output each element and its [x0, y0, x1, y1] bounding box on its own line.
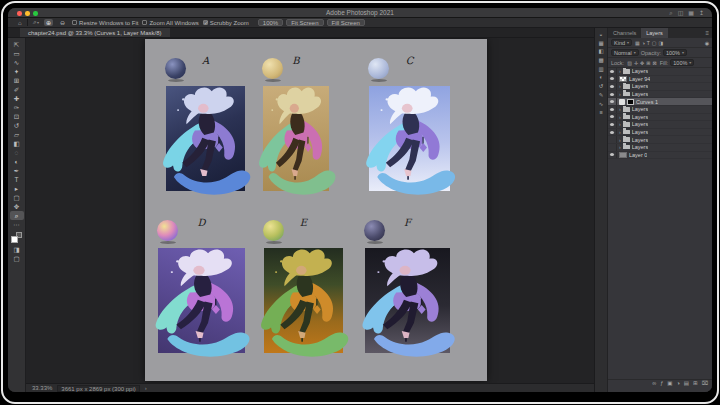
- color-variant-card-c[interactable]: C: [369, 86, 450, 191]
- tool-eraser-icon[interactable]: ▱: [10, 130, 24, 139]
- tool-eyedropper-icon[interactable]: ✐: [10, 85, 24, 94]
- pasteboard[interactable]: A B C D E F 33.33% 3661 px x 2869 px (30…: [26, 38, 594, 392]
- expand-caret-icon[interactable]: ›: [619, 114, 621, 120]
- workspace-icon[interactable]: ▦: [688, 10, 694, 16]
- tool-shape-icon[interactable]: ▢: [10, 193, 24, 202]
- canvas-document[interactable]: A B C D E F: [145, 39, 487, 381]
- checkbox-box[interactable]: [142, 20, 147, 25]
- panel-brush-settings-icon[interactable]: ✎: [599, 93, 604, 99]
- fill-select[interactable]: 100%▾: [670, 59, 694, 66]
- checkbox-zoom-all-windows[interactable]: Zoom All Windows: [142, 20, 198, 26]
- foreground-color-swatch[interactable]: [11, 236, 18, 243]
- zoom-level[interactable]: 33.33%: [32, 385, 52, 391]
- tool-marquee-icon[interactable]: ▭: [10, 49, 24, 58]
- visibility-eye-icon[interactable]: [608, 83, 617, 90]
- tool-blur-icon[interactable]: ◌: [10, 148, 24, 157]
- checkbox-box[interactable]: [72, 20, 77, 25]
- zoom-tool-icon[interactable]: ⌕▾: [33, 19, 39, 26]
- tool-path-select-icon[interactable]: ▸: [10, 184, 24, 193]
- panel-history-icon[interactable]: ↺: [599, 84, 604, 90]
- document-tab[interactable]: chapter24.psd @ 33.3% (Curves 1, Layer M…: [20, 28, 170, 37]
- expand-caret-icon[interactable]: ›: [619, 144, 621, 150]
- filter-pixel-icon[interactable]: ▦: [635, 40, 640, 46]
- visibility-empty[interactable]: [608, 136, 617, 143]
- color-variant-card-e[interactable]: E: [264, 248, 343, 353]
- color-variant-card-a[interactable]: A: [166, 86, 245, 191]
- layer-row-layer-0[interactable]: Layer 0: [608, 152, 712, 160]
- tab-channels[interactable]: Channels: [608, 28, 641, 38]
- checkbox-scrubby-zoom[interactable]: ✓Scrubby Zoom: [203, 20, 249, 26]
- expand-caret-icon[interactable]: ›: [619, 83, 621, 89]
- fit-screen-button[interactable]: Fit Screen: [286, 19, 323, 26]
- zoom-in-toggle[interactable]: ⊕: [44, 19, 53, 26]
- expand-caret-icon[interactable]: ›: [619, 68, 621, 74]
- visibility-empty[interactable]: [608, 144, 617, 151]
- visibility-eye-icon[interactable]: [608, 76, 617, 83]
- visibility-eye-icon[interactable]: [608, 129, 617, 136]
- share-icon[interactable]: ↥: [699, 10, 704, 16]
- lock-pixels-icon[interactable]: ✛: [634, 60, 638, 66]
- screen-mode-icon[interactable]: ▢: [10, 254, 24, 263]
- filter-kind-select[interactable]: Kind▾: [611, 39, 632, 46]
- checkbox-resize-windows-to-fit[interactable]: Resize Windows to Fit: [72, 20, 138, 26]
- tool-dodge-icon[interactable]: ◐: [10, 157, 24, 166]
- tab-layers[interactable]: Layers: [641, 28, 668, 38]
- panel-patterns-icon[interactable]: ▩: [598, 58, 603, 64]
- blend-mode-select[interactable]: Normal▾: [611, 49, 639, 56]
- layer-thumbnail[interactable]: [619, 152, 627, 159]
- color-variant-card-f[interactable]: F: [365, 248, 450, 353]
- filter-type-icon[interactable]: T: [647, 40, 650, 46]
- lock-transparency-icon[interactable]: ▨: [627, 60, 632, 66]
- layer-thumbnail[interactable]: [619, 76, 627, 83]
- layer-mask-thumbnail[interactable]: [627, 99, 634, 105]
- zoom-out-toggle[interactable]: ⊖: [58, 19, 67, 26]
- tool-healing-brush-icon[interactable]: ✚: [10, 94, 24, 103]
- visibility-eye-icon[interactable]: [608, 152, 617, 159]
- expand-caret-icon[interactable]: ›: [619, 137, 621, 143]
- lock-artboard-icon[interactable]: ⊞: [646, 60, 650, 66]
- adjustment-icon[interactable]: [619, 99, 625, 105]
- tool-type-icon[interactable]: T: [10, 175, 24, 184]
- search-icon[interactable]: ⌕: [669, 10, 672, 16]
- lock-all-icon[interactable]: ⊠: [653, 60, 657, 66]
- panel-adjustments-icon[interactable]: ◐: [599, 75, 602, 81]
- new-group-icon[interactable]: ▤: [684, 381, 689, 387]
- visibility-eye-icon[interactable]: [608, 98, 617, 105]
- expand-caret-icon[interactable]: ›: [619, 91, 621, 97]
- tool-quick-select-icon[interactable]: ✦: [10, 67, 24, 76]
- filter-adjustment-icon[interactable]: ◑: [642, 40, 645, 46]
- visibility-eye-icon[interactable]: [608, 68, 617, 75]
- home-icon[interactable]: ⌂: [18, 20, 22, 26]
- color-variant-card-b[interactable]: B: [263, 86, 329, 191]
- tool-hand-icon[interactable]: ✥: [10, 202, 24, 211]
- quick-mask-icon[interactable]: ◨: [10, 245, 24, 254]
- panel-gradients-icon[interactable]: ◧: [598, 49, 603, 55]
- fill-screen-button[interactable]: Fill Screen: [327, 19, 365, 26]
- tool-clone-stamp-icon[interactable]: ⊡: [10, 112, 24, 121]
- layer-row-layers[interactable]: ›Layers: [608, 68, 712, 76]
- arrange-icon[interactable]: ◫: [678, 10, 684, 16]
- visibility-eye-icon[interactable]: [608, 114, 617, 121]
- tool-move-icon[interactable]: ⇱: [10, 40, 24, 49]
- tool-crop-icon[interactable]: ⊞: [10, 76, 24, 85]
- add-mask-icon[interactable]: ▣: [667, 381, 672, 387]
- layer-styles-icon[interactable]: ƒ: [660, 381, 663, 387]
- expand-caret-icon[interactable]: ›: [619, 121, 621, 127]
- status-chevron-icon[interactable]: ›: [145, 385, 147, 391]
- panel-libraries-icon[interactable]: ▥: [598, 67, 603, 73]
- panel-properties-icon[interactable]: ≡: [599, 110, 602, 116]
- tool-pen-icon[interactable]: ✒: [10, 166, 24, 175]
- tool-gradient-icon[interactable]: ◧: [10, 139, 24, 148]
- expand-caret-icon[interactable]: ›: [619, 129, 621, 135]
- opacity-select[interactable]: 100%▾: [663, 49, 687, 56]
- layer-row-layers[interactable]: ›Layers: [608, 144, 712, 152]
- new-adjustment-icon[interactable]: ◑: [677, 381, 680, 387]
- more-tools-icon[interactable]: ⋯: [10, 220, 24, 229]
- new-layer-icon[interactable]: ⊞: [693, 381, 698, 387]
- filter-toggle-icon[interactable]: ◉: [705, 40, 709, 46]
- layer-row-layers[interactable]: ›Layers: [608, 91, 712, 99]
- tool-history-brush-icon[interactable]: ↺: [10, 121, 24, 130]
- color-swatches[interactable]: [11, 232, 22, 243]
- tool-lasso-icon[interactable]: ∿: [10, 58, 24, 67]
- color-variant-card-d[interactable]: D: [158, 248, 245, 353]
